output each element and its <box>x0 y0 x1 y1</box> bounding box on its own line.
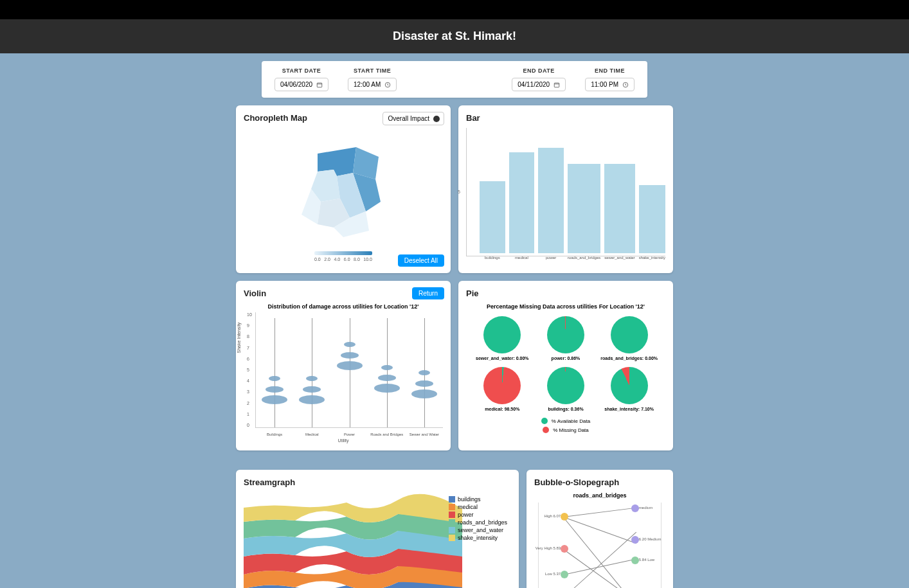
legend-item: power <box>449 512 507 518</box>
bubble-title: Bubble-o-Slopegraph <box>534 477 665 487</box>
streamgraph-title: Streamgraph <box>244 477 511 487</box>
legend-item: roads_and_bridges <box>449 519 507 526</box>
choropleth-map[interactable] <box>244 128 443 256</box>
filter-bar: START DATE 04/06/2020 START TIME 12:00 A… <box>262 61 647 98</box>
violin-col: Medical <box>293 312 330 427</box>
start-time-label: START TIME <box>348 67 397 74</box>
end-time-label: END TIME <box>585 67 634 74</box>
pie-grid: sewer_and_water: 0.00%power: 0.86%roads_… <box>466 316 665 411</box>
bubble-node <box>561 571 568 578</box>
end-date-label: END DATE <box>512 67 566 74</box>
end-date-input[interactable]: 04/11/2020 <box>512 78 566 91</box>
bar-item[interactable]: medical <box>509 152 535 256</box>
violin-col: Buildings <box>256 312 293 427</box>
calendar-icon <box>554 82 560 88</box>
violin-panel: Violin Return Distribution of damage acr… <box>236 281 451 450</box>
bar-item[interactable]: roads_and_bridges <box>568 164 600 256</box>
pie-item: roads_and_bridges: 0.00% <box>599 316 659 361</box>
legend-item: sewer_and_water <box>449 527 507 533</box>
bubble-panel: Bubble-o-Slopegraph roads_and_bridges Hi… <box>526 470 673 588</box>
start-time-input[interactable]: 12:00 AM <box>348 78 397 91</box>
violin-subtitle: Distribution of damage across utilities … <box>244 303 443 310</box>
bubble-node <box>631 557 639 564</box>
violin-ylabel: Shake Intensity <box>237 323 241 353</box>
pie-item: power: 0.86% <box>536 316 596 361</box>
violin-chart[interactable]: 012345678910 BuildingsMedicalPowerRoads … <box>255 312 443 428</box>
svg-rect-0 <box>317 83 322 87</box>
bubble-node <box>561 513 568 521</box>
pie-item: shake_intensity: 7.10% <box>599 367 659 411</box>
svg-rect-2 <box>554 83 559 87</box>
bar-item[interactable]: power <box>538 148 564 256</box>
pie-subtitle: Percentage Missing Data across utilities… <box>466 303 665 310</box>
top-black-bar <box>0 0 909 19</box>
legend-item: medical <box>449 504 507 510</box>
bar-item[interactable]: shake_intensity <box>639 185 665 256</box>
bar-chart[interactable]: 5 buildingsmedicalpowerroads_and_bridges… <box>466 128 665 256</box>
clock-icon <box>384 82 391 88</box>
streamgraph-chart[interactable]: buildingsmedicalpowerroads_and_bridgesse… <box>244 492 511 588</box>
impact-dropdown[interactable]: Overall Impact <box>382 112 444 125</box>
bar-panel: Bar 5 buildingsmedicalpowerroads_and_bri… <box>458 105 673 273</box>
streamgraph-panel: Streamgraph buildingsmedicalpowerroads_a… <box>236 470 519 588</box>
legend-item: buildings <box>449 496 507 503</box>
bar-title: Bar <box>466 113 665 123</box>
pie-item: sewer_and_water: 0.00% <box>473 316 532 361</box>
violin-xlabel: Utility <box>244 438 443 443</box>
start-date-input[interactable]: 04/06/2020 <box>274 78 328 91</box>
bar-item[interactable]: sewer_and_water <box>604 164 634 256</box>
deselect-all-button[interactable]: Deselect All <box>398 254 444 267</box>
pie-panel: Pie Percentage Missing Data across utili… <box>458 281 673 450</box>
bubble-chart[interactable]: High 6.07Very High 5.83Low 5.37Medium 1.… <box>538 503 662 588</box>
bubble-subtitle: roads_and_bridges <box>534 492 665 499</box>
return-button[interactable]: Return <box>412 287 444 299</box>
violin-col: Sewer and Water <box>406 312 443 427</box>
choropleth-panel: Choropleth Map Overall Impact 0.02.04.06… <box>236 105 451 273</box>
bar-item[interactable]: buildings <box>480 181 505 256</box>
bubble-node <box>631 536 639 544</box>
pie-item: medical: 98.50% <box>473 367 532 411</box>
violin-col: Roads and Bridges <box>368 312 406 427</box>
pie-title: Pie <box>466 289 665 298</box>
bubble-node <box>631 504 639 512</box>
violin-col: Power <box>330 312 368 427</box>
pie-item: buildings: 0.36% <box>536 367 596 411</box>
clock-icon <box>622 82 629 88</box>
page-title: Disaster at St. Himark! <box>0 19 909 53</box>
calendar-icon <box>316 82 323 88</box>
start-date-label: START DATE <box>274 67 328 74</box>
legend-item: shake_intensity <box>449 535 507 541</box>
pie-legend: % Available Data % Missing Data <box>466 418 665 433</box>
end-time-input[interactable]: 11:00 PM <box>585 78 634 91</box>
